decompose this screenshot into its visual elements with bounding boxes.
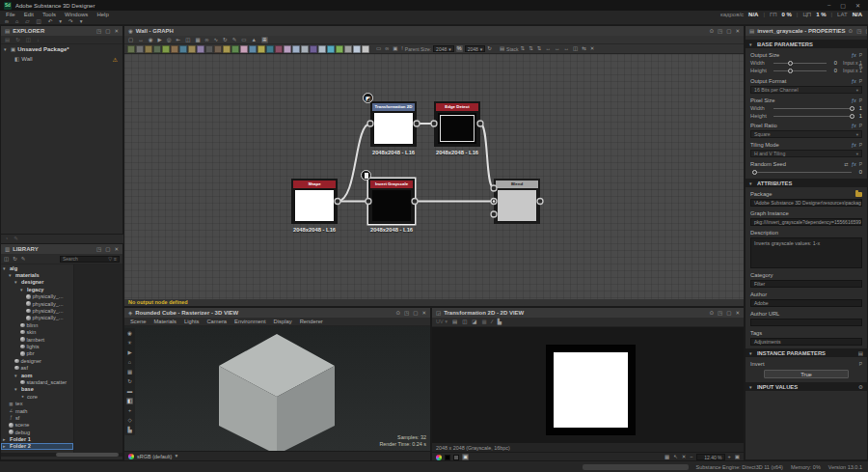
maximize-panel-icon[interactable]: ▢ <box>105 28 110 34</box>
reload-icon[interactable]: ↻ <box>15 37 20 43</box>
align-bottom-icon[interactable]: ⇅ <box>537 45 542 52</box>
random-seed-slider[interactable] <box>754 171 852 174</box>
pixel-height-slider[interactable] <box>773 115 852 118</box>
palette-node-icon[interactable] <box>153 45 161 53</box>
function-icon[interactable]: ƒx <box>851 97 855 103</box>
menu-display[interactable]: Display <box>274 319 292 324</box>
node-blend[interactable]: Blend <box>494 179 540 224</box>
menu-tools[interactable]: Tools <box>42 12 56 17</box>
library-tree-item[interactable]: lights <box>1 343 73 349</box>
preset-icon[interactable]: P <box>859 52 862 58</box>
function-icon[interactable]: ƒx <box>851 78 855 84</box>
palette-node-icon[interactable] <box>336 45 343 53</box>
library-content-area[interactable] <box>74 264 122 453</box>
pin-panel-icon[interactable]: ⊙ <box>395 310 400 316</box>
align-middle-icon[interactable]: ⇅ <box>529 45 533 52</box>
library-tree-item[interactable]: asf <box>1 364 73 371</box>
copy-image-icon[interactable]: ◪ <box>472 319 476 325</box>
chevron-down-icon[interactable]: ▾ <box>20 287 25 292</box>
float-panel-icon[interactable]: ◳ <box>856 28 861 34</box>
palette-node-icon[interactable] <box>249 45 257 53</box>
chevron-down-icon[interactable]: ▾ <box>3 265 8 271</box>
palette-node-icon[interactable] <box>197 45 204 53</box>
library-tree-item[interactable]: lambert <box>1 336 73 343</box>
close-panel-icon[interactable]: ✕ <box>114 28 119 34</box>
section-base-parameters[interactable]: ▾ BASE PARAMETERS <box>746 40 867 48</box>
preset-icon[interactable]: P <box>859 142 862 148</box>
library-tree-item[interactable]: ▾designer <box>1 279 73 286</box>
focus-icon[interactable]: ⇤ <box>176 37 181 43</box>
library-tree-item[interactable]: physically_... <box>1 307 73 314</box>
refresh-library-icon[interactable]: ↻ <box>13 256 17 263</box>
menu-camera[interactable]: Camera <box>206 319 227 324</box>
library-tree-item[interactable]: ƒsf <box>1 414 73 421</box>
chevron-down-icon[interactable]: ▾ <box>9 272 14 278</box>
save-image-icon[interactable]: ◫ <box>462 319 467 325</box>
swap-icon[interactable]: ⇆ <box>582 45 586 52</box>
preset-icon[interactable]: P <box>859 123 862 128</box>
output-format-dropdown[interactable]: 16 Bits per Channel▾ <box>750 86 862 94</box>
menu-environment[interactable]: Environment <box>234 319 266 324</box>
library-tree-item[interactable]: pbr <box>1 350 73 357</box>
home-icon[interactable]: ⌂ <box>15 18 18 25</box>
menu-windows[interactable]: Windows <box>65 12 88 17</box>
slider-knob[interactable] <box>850 106 854 111</box>
function-icon[interactable]: ƒx <box>851 52 855 58</box>
palette-node-icon[interactable] <box>344 45 352 53</box>
palette-node-icon[interactable] <box>162 45 170 53</box>
close-panel-icon[interactable]: ✕ <box>421 310 426 316</box>
category-field[interactable]: Filter <box>750 280 862 288</box>
horizontal-scrollbar[interactable] <box>1 453 122 457</box>
menu-scene[interactable]: Scene <box>130 319 146 324</box>
lock-zoom-icon[interactable]: ▣ <box>735 454 740 460</box>
rotate-icon[interactable]: ↻ <box>223 37 228 43</box>
pin-panel-icon[interactable]: ⊙ <box>709 28 714 34</box>
author-url-field[interactable] <box>750 319 862 326</box>
palette-node-icon[interactable] <box>145 45 152 53</box>
open-icon[interactable]: ▱ <box>25 18 29 25</box>
undo-icon[interactable]: ↶ <box>48 18 53 25</box>
palette-node-icon[interactable] <box>266 45 274 53</box>
gear-icon[interactable]: ⚙ <box>858 384 863 390</box>
section-attributes[interactable]: ▾ ATTRIBUTES <box>746 179 867 187</box>
palette-node-icon[interactable] <box>292 45 300 53</box>
export-image-icon[interactable]: ▤ <box>452 319 457 325</box>
maximize-panel-icon[interactable]: ▢ <box>865 28 867 34</box>
scrollbar-thumb[interactable] <box>56 453 120 457</box>
edit-library-icon[interactable]: ✎ <box>21 256 26 263</box>
library-tree-item[interactable]: ▸Folder 2 <box>1 443 73 450</box>
maximize-panel-icon[interactable]: ▢ <box>105 246 110 252</box>
grid-snap-icon[interactable]: ⊞ <box>261 37 268 43</box>
library-tree-item[interactable]: ▾base <box>1 386 73 393</box>
align-center-icon[interactable]: ↔ <box>555 45 560 52</box>
zoom-in-button[interactable]: + <box>728 454 731 460</box>
node-edge-detect[interactable]: Edge Detect 2048x2048 - L16 <box>434 101 480 147</box>
close-panel-icon[interactable]: ✕ <box>114 246 119 252</box>
height-slider[interactable] <box>773 69 827 72</box>
redo-icon[interactable]: ↷ <box>68 18 73 25</box>
library-tree-item[interactable]: ▦tex <box>1 400 73 406</box>
palette-node-icon[interactable] <box>240 45 248 53</box>
align-top-icon[interactable]: ⇅ <box>521 45 526 52</box>
chevron-down-icon[interactable]: ▾ <box>4 46 9 52</box>
colorspace-dropdown[interactable]: sRGB (default) <box>137 454 172 459</box>
grid-icon[interactable]: ▦ <box>665 454 669 460</box>
node-shape[interactable]: Shape 2048x2048 - L16 <box>291 179 338 224</box>
chevron-right-icon[interactable]: ▸ <box>3 436 8 442</box>
pivot-icon[interactable]: + <box>128 407 131 414</box>
stack-icon[interactable]: ▤ <box>500 45 504 52</box>
float-panel-icon[interactable]: ◳ <box>404 310 409 316</box>
colorspace-icon[interactable] <box>436 455 442 460</box>
redo-menu-icon[interactable]: ▾ <box>80 18 83 25</box>
maximize-panel-icon[interactable]: ▢ <box>413 310 418 316</box>
library-tree-item[interactable]: ▾alg <box>1 264 73 271</box>
library-tree-item[interactable]: ▾materials <box>1 271 73 278</box>
palette-node-icon[interactable] <box>136 45 144 53</box>
node-invert-grayscale[interactable]: Invert Grayscale 2048x2048 - L16 <box>368 179 415 224</box>
clear-icon[interactable]: ✕ <box>590 45 595 52</box>
preset-icon[interactable]: P <box>859 78 862 84</box>
checker-background-icon[interactable]: ▣ <box>462 454 469 460</box>
align-right-icon[interactable]: ↔ <box>563 45 569 52</box>
library-tree-item[interactable]: scene <box>1 422 73 429</box>
library-tree-item[interactable]: ▾aom <box>1 372 73 378</box>
